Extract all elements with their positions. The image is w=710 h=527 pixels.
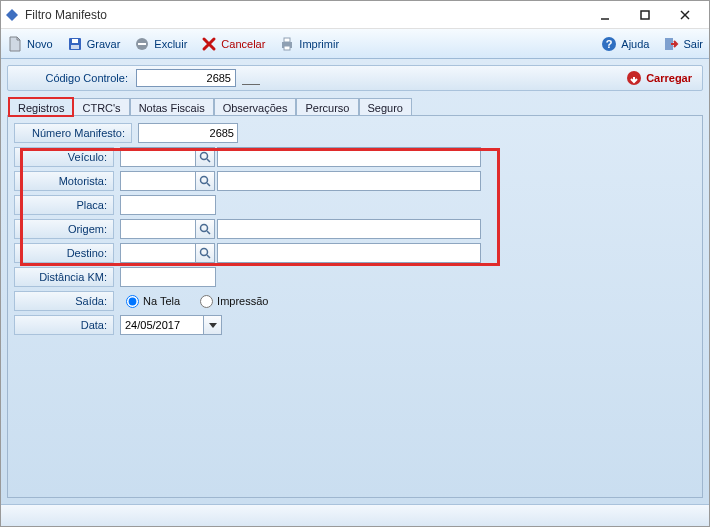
svg-point-17 — [201, 153, 208, 160]
new-icon — [7, 36, 23, 52]
placa-label: Placa: — [14, 195, 114, 215]
saida-radio-group: Na Tela Impressão — [126, 295, 268, 308]
search-icon — [199, 223, 211, 235]
radio-na-tela[interactable]: Na Tela — [126, 295, 180, 308]
minimize-button[interactable] — [585, 2, 625, 28]
maximize-button[interactable] — [625, 2, 665, 28]
tab-observacoes[interactable]: Observações — [214, 98, 297, 116]
motorista-desc-input[interactable] — [217, 171, 481, 191]
tab-registros[interactable]: Registros — [9, 98, 73, 116]
ajuda-button[interactable]: ? Ajuda — [601, 36, 649, 52]
svg-point-19 — [201, 177, 208, 184]
svg-rect-6 — [72, 39, 78, 43]
radio-na-tela-label: Na Tela — [143, 295, 180, 307]
svg-rect-11 — [284, 38, 290, 42]
row-destino: Destino: — [14, 242, 696, 264]
underline-decor — [242, 71, 260, 85]
data-input[interactable] — [120, 315, 204, 335]
destino-label: Destino: — [14, 243, 114, 263]
radio-impressao-label: Impressão — [217, 295, 268, 307]
veiculo-lookup-button[interactable] — [195, 147, 215, 167]
svg-marker-25 — [209, 323, 217, 328]
svg-line-24 — [207, 255, 210, 258]
origem-lookup-button[interactable] — [195, 219, 215, 239]
data-field — [120, 315, 222, 335]
carregar-button[interactable]: Carregar — [626, 70, 692, 86]
ajuda-label: Ajuda — [621, 38, 649, 50]
close-window-button[interactable] — [665, 2, 705, 28]
distancia-input[interactable] — [120, 267, 216, 287]
delete-icon — [134, 36, 150, 52]
svg-line-22 — [207, 231, 210, 234]
radio-impressao[interactable]: Impressão — [200, 295, 268, 308]
carregar-label: Carregar — [646, 72, 692, 84]
origem-desc-input[interactable] — [217, 219, 481, 239]
svg-rect-12 — [284, 46, 290, 50]
svg-point-21 — [201, 225, 208, 232]
status-bar — [1, 504, 709, 526]
veiculo-code-input[interactable] — [120, 147, 196, 167]
data-label: Data: — [14, 315, 114, 335]
svg-line-20 — [207, 183, 210, 186]
svg-rect-7 — [71, 45, 79, 49]
window-title: Filtro Manifesto — [25, 8, 585, 22]
title-bar: Filtro Manifesto — [1, 1, 709, 29]
cancelar-button[interactable]: Cancelar — [201, 36, 265, 52]
saida-label: Saída: — [14, 291, 114, 311]
tab-seguro[interactable]: Seguro — [359, 98, 412, 116]
data-dropdown-button[interactable] — [204, 315, 222, 335]
print-icon — [279, 36, 295, 52]
content-area: Código Controle: Carregar Registros CTRC… — [1, 59, 709, 504]
origem-label: Origem: — [14, 219, 114, 239]
distancia-label: Distância KM: — [14, 267, 114, 287]
tab-strip: Registros CTRC's Notas Fiscais Observaçõ… — [7, 97, 703, 115]
codigo-controle-input[interactable] — [136, 69, 236, 87]
codigo-controle-label: Código Controle: — [18, 72, 128, 84]
row-saida: Saída: Na Tela Impressão — [14, 290, 696, 312]
svg-line-18 — [207, 159, 210, 162]
exit-icon — [663, 36, 679, 52]
numero-manifesto-input[interactable] — [138, 123, 238, 143]
origem-code-input[interactable] — [120, 219, 196, 239]
tab-percurso[interactable]: Percurso — [296, 98, 358, 116]
save-icon — [67, 36, 83, 52]
sair-button[interactable]: Sair — [663, 36, 703, 52]
destino-lookup-button[interactable] — [195, 243, 215, 263]
sair-label: Sair — [683, 38, 703, 50]
row-data: Data: — [14, 314, 696, 336]
excluir-button[interactable]: Excluir — [134, 36, 187, 52]
motorista-code-input[interactable] — [120, 171, 196, 191]
chevron-down-icon — [209, 321, 217, 329]
novo-label: Novo — [27, 38, 53, 50]
placa-input[interactable] — [120, 195, 216, 215]
search-icon — [199, 175, 211, 187]
svg-point-23 — [201, 249, 208, 256]
svg-text:?: ? — [606, 38, 613, 50]
svg-rect-2 — [641, 11, 649, 19]
load-icon — [626, 70, 642, 86]
radio-impressao-input[interactable] — [200, 295, 213, 308]
motorista-label: Motorista: — [14, 171, 114, 191]
row-veiculo: Veículo: — [14, 146, 696, 168]
search-icon — [199, 247, 211, 259]
imprimir-label: Imprimir — [299, 38, 339, 50]
novo-button[interactable]: Novo — [7, 36, 53, 52]
destino-desc-input[interactable] — [217, 243, 481, 263]
search-icon — [199, 151, 211, 163]
main-toolbar: Novo Gravar Excluir Cancelar Imprimir — [1, 29, 709, 59]
numero-manifesto-label: Número Manifesto: — [14, 123, 132, 143]
radio-na-tela-input[interactable] — [126, 295, 139, 308]
destino-code-input[interactable] — [120, 243, 196, 263]
row-motorista: Motorista: — [14, 170, 696, 192]
tab-ctrcs[interactable]: CTRC's — [73, 98, 129, 116]
motorista-lookup-button[interactable] — [195, 171, 215, 191]
veiculo-desc-input[interactable] — [217, 147, 481, 167]
tab-notas-fiscais[interactable]: Notas Fiscais — [130, 98, 214, 116]
excluir-label: Excluir — [154, 38, 187, 50]
gravar-button[interactable]: Gravar — [67, 36, 121, 52]
row-numero-manifesto: Número Manifesto: — [14, 122, 696, 144]
help-icon: ? — [601, 36, 617, 52]
row-distancia: Distância KM: — [14, 266, 696, 288]
gravar-label: Gravar — [87, 38, 121, 50]
imprimir-button[interactable]: Imprimir — [279, 36, 339, 52]
